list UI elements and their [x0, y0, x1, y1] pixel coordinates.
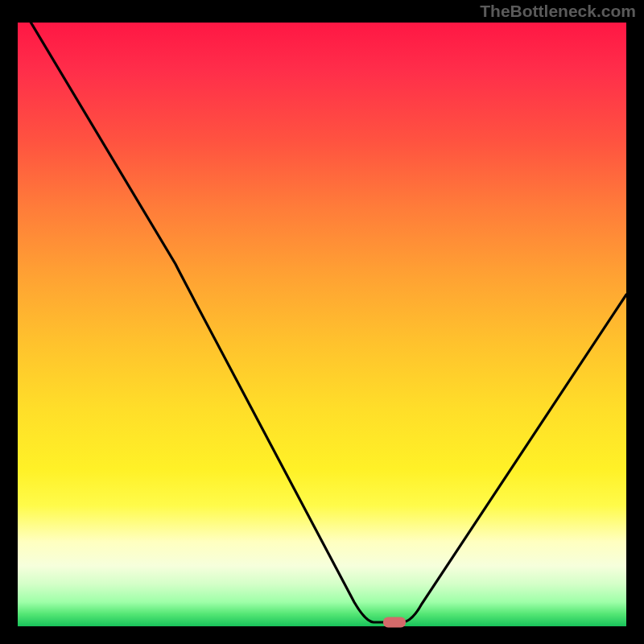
watermark-text: TheBottleneck.com [480, 2, 636, 21]
bottleneck-curve-path [29, 23, 626, 622]
curve-svg [18, 23, 626, 626]
optimal-marker [383, 617, 406, 628]
plot-area [18, 23, 626, 626]
chart-container: TheBottleneck.com [0, 0, 644, 644]
